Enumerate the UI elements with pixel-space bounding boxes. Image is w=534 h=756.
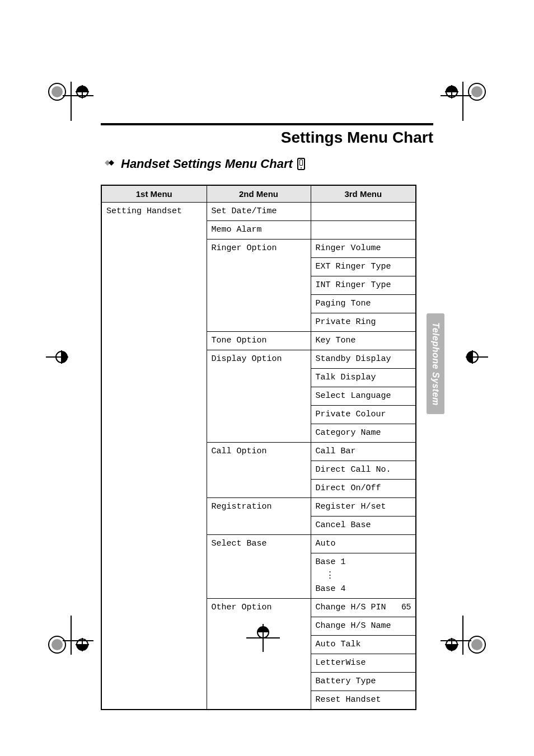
section-title: Handset Settings Menu Chart [121, 157, 293, 171]
menu-table: 1st Menu 2nd Menu 3rd Menu Setting Hands… [101, 185, 416, 710]
cell-2nd-menu: Call Option [207, 443, 311, 498]
cell-3rd-menu: Register H/set [311, 498, 416, 516]
cell-3rd-menu: Private Ring [311, 313, 416, 332]
cell-3rd-menu: Standby Display [311, 350, 416, 369]
cell-1st-menu: Setting Handset [101, 203, 207, 710]
cell-3rd-menu: Ringer Volume [311, 240, 416, 258]
table-row: Setting HandsetSet Date/Time [101, 203, 416, 221]
svg-marker-40 [109, 160, 114, 166]
crop-mark [438, 604, 494, 660]
cell-3rd-menu: Key Tone [311, 332, 416, 350]
page: Settings Menu Chart Handset Settings Men… [0, 0, 534, 756]
section-tab: Telephone System [427, 313, 444, 414]
crop-mark [438, 76, 494, 132]
cell-3rd-menu: Battery Type [311, 673, 416, 691]
page-header: Settings Menu Chart [101, 123, 433, 147]
cell-3rd-menu: LetterWise [311, 654, 416, 673]
col-header-1: 1st Menu [101, 185, 207, 203]
cell-3rd-menu [311, 203, 416, 221]
cell-3rd-menu: Call Bar [311, 443, 416, 461]
cell-2nd-menu: Select Base [207, 535, 311, 599]
cell-3rd-menu: Direct Call No. [311, 461, 416, 480]
cell-3rd-menu: Paging Tone [311, 295, 416, 313]
cell-3rd-menu [311, 221, 416, 240]
svg-point-1 [51, 86, 63, 97]
diamond-bullet-icon [101, 158, 116, 170]
svg-point-8 [471, 86, 483, 97]
cell-3rd-menu: Select Language [311, 387, 416, 406]
cell-3rd-menu: Auto Talk [311, 636, 416, 654]
title-rule [101, 123, 433, 125]
page-number: 65 [401, 602, 411, 611]
cell-3rd-menu: Category Name [311, 424, 416, 443]
cell-3rd-menu: Reset Handset [311, 691, 416, 710]
svg-point-30 [471, 639, 483, 650]
col-header-3: 3rd Menu [311, 185, 416, 203]
cell-2nd-menu: Registration [207, 498, 311, 535]
cell-2nd-menu: Memo Alarm [207, 221, 311, 240]
cell-3rd-menu: EXT Ringer Type [311, 258, 416, 276]
cell-3rd-menu: Base 1 ⋮ Base 4 [311, 553, 416, 599]
table-header-row: 1st Menu 2nd Menu 3rd Menu [101, 185, 416, 203]
page-title: Settings Menu Chart [101, 129, 433, 147]
cell-3rd-menu: Cancel Base [311, 516, 416, 535]
cell-3rd-menu: Private Colour [311, 406, 416, 424]
crop-mark [40, 604, 96, 660]
cell-2nd-menu: Ringer Option [207, 240, 311, 332]
crop-mark [460, 340, 494, 374]
svg-point-23 [51, 639, 63, 650]
section-header: Handset Settings Menu Chart [101, 157, 305, 171]
crop-mark [40, 340, 74, 374]
cell-3rd-menu: INT Ringer Type [311, 276, 416, 295]
cell-3rd-menu: Change H/S PIN [311, 599, 416, 617]
cell-2nd-menu: Tone Option [207, 332, 311, 350]
cell-3rd-menu: Direct On/Off [311, 480, 416, 498]
handset-icon [297, 158, 305, 170]
cell-3rd-menu: Auto [311, 535, 416, 553]
section-tab-label: Telephone System [430, 322, 441, 406]
menu-chart-table: 1st Menu 2nd Menu 3rd Menu Setting Hands… [101, 185, 415, 710]
cell-2nd-menu: Set Date/Time [207, 203, 311, 221]
cell-3rd-menu: Talk Display [311, 369, 416, 387]
cell-2nd-menu: Display Option [207, 350, 311, 443]
col-header-2: 2nd Menu [207, 185, 311, 203]
cell-2nd-menu: Other Option [207, 599, 311, 710]
crop-mark [40, 76, 96, 132]
cell-3rd-menu: Change H/S Name [311, 617, 416, 636]
